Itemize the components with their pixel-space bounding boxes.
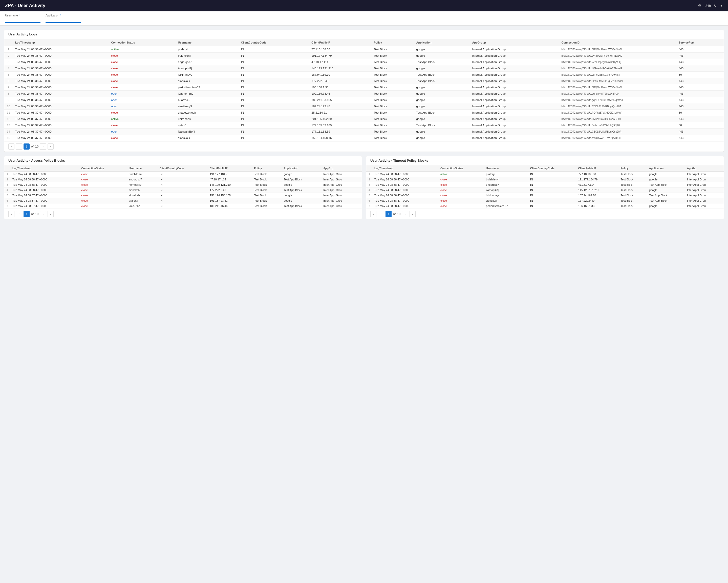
row-num: 3 xyxy=(366,182,372,187)
logs-table-header-row: LogTimestamp ConnectionStatus Username C… xyxy=(4,39,724,46)
username: kornopiki9j xyxy=(127,182,158,187)
policy: Test Block xyxy=(371,72,414,78)
row-num: 3 xyxy=(4,59,12,65)
username: periodismoiem37 xyxy=(176,84,238,91)
col-appgroup: AppGroup xyxy=(470,39,559,46)
policy: Test Block xyxy=(371,46,414,53)
filter-icon[interactable]: ▼ xyxy=(720,4,723,7)
connection-status: open xyxy=(108,91,175,97)
username: praleryi xyxy=(484,172,528,177)
country-code: IN xyxy=(528,172,576,177)
logs-prev-page[interactable]: ‹ xyxy=(16,144,22,150)
policy: Test Block xyxy=(619,182,647,187)
country-code: IN xyxy=(528,187,576,193)
client-public-ip: 145.129.121.210 xyxy=(208,182,252,187)
policy: Test Block xyxy=(252,177,282,182)
log-timestamp: Tue May 24 08:38:47 +0000 xyxy=(12,59,108,65)
row-num: 12 xyxy=(4,116,12,122)
ac-col-ip: ClientPublicIP xyxy=(208,165,252,172)
app-group: Inter Appl Grou xyxy=(321,177,362,182)
country-code: IN xyxy=(238,84,309,91)
connection-status: close xyxy=(79,193,127,198)
country-code: IN xyxy=(528,203,576,209)
table-row: 10 Tue May 24 08:38:47 +0000 open einsit… xyxy=(4,103,724,109)
table-row: 4 Tue May 24 08:38:47 +0000 close kornop… xyxy=(366,187,724,193)
country-code: IN xyxy=(158,182,208,187)
service-port: 443 xyxy=(676,84,724,91)
policy: Test Block xyxy=(252,198,282,203)
row-num: 6 xyxy=(366,198,372,203)
connection-status: close xyxy=(79,177,127,182)
logs-first-page[interactable]: « xyxy=(8,144,15,150)
client-public-ip: 189.24.122.48 xyxy=(309,103,371,109)
service-port: 443 xyxy=(676,78,724,84)
application: Test App Block xyxy=(414,59,470,65)
table-row: 2 Tue May 24 08:38:47 +0000 close bulehi… xyxy=(4,53,724,59)
connection-id: b4/pz4XDT2eWoqY73oUo.vZblLlogegBAWCdRyVJ… xyxy=(559,59,676,65)
application: google xyxy=(282,182,321,187)
app-group: Inter Appl Grou xyxy=(685,187,724,193)
connection-status: close xyxy=(108,65,175,72)
policy: Test Block xyxy=(252,193,282,198)
timeout-next-page[interactable]: › xyxy=(402,211,408,217)
client-public-ip: 191.177.184.79 xyxy=(208,172,252,177)
timeout-current-page: 1 xyxy=(386,211,392,217)
to-col-cs: ConnectionStatus xyxy=(438,165,484,172)
log-timestamp: Tue May 24 08:38:47 +0000 xyxy=(372,182,438,187)
ac-col-cs: ConnectionStatus xyxy=(79,165,127,172)
application-filter: Application * xyxy=(46,14,81,23)
user-activity-logs-header: User Activity Logs xyxy=(4,30,724,39)
timeout-first-page[interactable]: « xyxy=(370,211,376,217)
service-port: 443 xyxy=(676,97,724,103)
table-row: 3 Tue May 24 08:38:47 +0000 close kornop… xyxy=(4,182,362,187)
access-next-page[interactable]: › xyxy=(40,211,46,217)
timeout-total-pages: 10 xyxy=(397,212,400,216)
policy: Test Block xyxy=(619,193,647,198)
client-public-ip: 191.187.23.51 xyxy=(208,198,252,203)
application: Test App Block xyxy=(282,203,321,209)
connection-status: active xyxy=(108,46,175,53)
timeout-prev-page[interactable]: ‹ xyxy=(378,211,384,217)
client-public-ip: 186.241.83.165 xyxy=(309,97,371,103)
country-code: IN xyxy=(158,198,208,203)
access-prev-page[interactable]: ‹ xyxy=(16,211,22,217)
logs-next-page[interactable]: › xyxy=(40,144,46,150)
connection-status: close xyxy=(108,122,175,129)
access-policy-section: User Activity - Access Policy Blocks Log… xyxy=(4,156,362,219)
log-timestamp: Tue May 24 08:37:47 +0000 xyxy=(10,203,79,209)
logs-last-page[interactable]: » xyxy=(48,144,54,150)
logs-current-page: 1 xyxy=(24,144,30,150)
logs-pagination: « ‹ 1 of 10 › » xyxy=(4,141,724,152)
country-code: IN xyxy=(158,172,208,177)
time-filter[interactable]: -24h xyxy=(704,4,711,7)
connection-status: close xyxy=(108,72,175,78)
policy: Test Block xyxy=(371,53,414,59)
username-input[interactable] xyxy=(5,18,41,23)
client-public-ip: 77.110.188.30 xyxy=(576,172,619,177)
access-first-page[interactable]: « xyxy=(8,211,15,217)
table-row: 4 Tue May 24 08:38:47 +0000 close kornop… xyxy=(4,65,724,72)
application-label: Application * xyxy=(46,14,81,17)
country-code: IN xyxy=(238,46,309,53)
application: Test App Block xyxy=(647,198,685,203)
row-num: 7 xyxy=(366,203,372,209)
connection-id: b4/pz4XDT2eWoqY73oUo.0PQ8hdPs+zdW0VaoXw6… xyxy=(559,46,676,53)
application: google xyxy=(414,97,470,103)
timeout-last-page[interactable]: » xyxy=(410,211,416,217)
bottom-sections: User Activity - Access Policy Blocks Log… xyxy=(4,156,724,223)
policy: Test Block xyxy=(371,78,414,84)
connection-status: open xyxy=(108,103,175,109)
app-group: Inter Appl Grou xyxy=(685,182,724,187)
refresh-icon[interactable]: ↻ xyxy=(714,4,717,7)
table-row: 1 Tue May 24 08:38:47 +0000 active prale… xyxy=(4,46,724,53)
username: engorgsd7 xyxy=(176,59,238,65)
row-num: 4 xyxy=(4,187,10,193)
access-last-page[interactable]: » xyxy=(48,211,54,217)
row-num: 14 xyxy=(4,129,12,135)
col-application: Application xyxy=(414,39,470,46)
username-label: Username * xyxy=(5,14,41,17)
application-input[interactable] xyxy=(46,18,81,23)
service-port: 443 xyxy=(676,129,724,135)
client-public-ip: 191.177.184.79 xyxy=(309,53,371,59)
country-code: IN xyxy=(238,129,309,135)
